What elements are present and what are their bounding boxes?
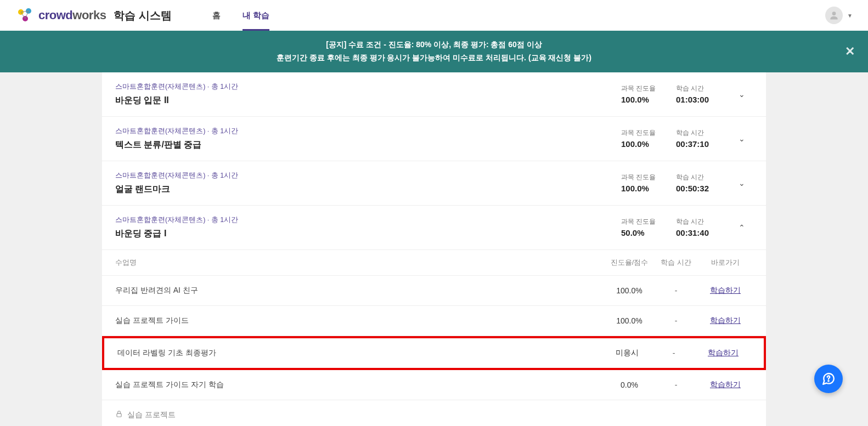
lesson-progress: 100.0% (605, 316, 654, 325)
lesson-time: - (654, 380, 698, 389)
lesson-row: 우리집 반려견의 AI 친구 100.0% - 학습하기 (102, 276, 766, 306)
course-category: 스마트혼합훈련(자체콘텐츠) · 총 1시간 (115, 215, 621, 225)
caret-down-icon: ▼ (847, 13, 853, 19)
lesson-row: 실습 프로젝트 가이드 100.0% - 학습하기 (102, 306, 766, 336)
banner-line2: 훈련기간 종료 후에는 최종 평가 응시가 불가능하여 미수료로 처리됩니다. … (11, 52, 857, 65)
col-progress: 진도율/점수 (605, 258, 654, 268)
banner-line1: [공지] 수료 조건 - 진도율: 80% 이상, 최종 평가: 총점 60점 … (11, 38, 857, 52)
col-name: 수업명 (115, 258, 605, 268)
avatar-icon (825, 7, 843, 24)
locked-project-row: 실습 프로젝트 (102, 400, 766, 426)
lesson-progress: 미응시 (602, 348, 652, 358)
main-content: 스마트혼합훈련(자체콘텐츠) · 총 1시간 바운딩 입문 II 과목 진도율1… (102, 72, 766, 426)
lesson-time: - (654, 316, 698, 325)
svg-rect-7 (117, 414, 121, 417)
locked-label: 실습 프로젝트 (127, 410, 176, 420)
lesson-name: 실습 프로젝트 가이드 (115, 316, 605, 326)
course-title: 바운딩 중급 I (115, 228, 621, 240)
brand-name: crowdworks (38, 8, 106, 22)
course-row[interactable]: 스마트혼합훈련(자체콘텐츠) · 총 1시간 바운딩 입문 II 과목 진도율1… (102, 72, 766, 117)
banner-close-icon[interactable]: ✕ (845, 41, 855, 61)
brand-suffix: 학습 시스템 (114, 8, 172, 23)
lesson-time: - (652, 349, 696, 357)
top-nav: crowdworks 학습 시스템 홈 내 학습 ▼ (0, 0, 868, 31)
time-label: 학습 시간 (676, 84, 714, 93)
course-category: 스마트혼합훈련(자체콘텐츠) · 총 1시간 (115, 127, 621, 136)
chevron-down-icon[interactable]: ⌄ (731, 90, 753, 99)
notice-banner: [공지] 수료 조건 - 진도율: 80% 이상, 최종 평가: 총점 60점 … (0, 31, 868, 72)
nav-home[interactable]: 홈 (212, 0, 221, 31)
brand-logo[interactable]: crowdworks 학습 시스템 (15, 5, 172, 25)
lock-icon (115, 410, 123, 419)
lesson-name: 우리집 반려견의 AI 친구 (115, 286, 605, 296)
lesson-progress: 100.0% (605, 286, 654, 295)
course-category: 스마트혼합훈련(자체콘텐츠) · 총 1시간 (115, 171, 621, 180)
course-title: 바운딩 입문 II (115, 95, 621, 106)
time-value: 01:03:00 (676, 95, 714, 104)
course-title: 얼굴 랜드마크 (115, 184, 621, 195)
chevron-down-icon[interactable]: ⌄ (731, 179, 753, 188)
course-row[interactable]: 스마트혼합훈련(자체콘텐츠) · 총 1시간 텍스트 분류/판별 중급 과목 진… (102, 117, 766, 161)
lesson-row: 실습 프로젝트 가이드 자기 학습 0.0% - 학습하기 (102, 370, 766, 400)
sub-header: 수업명 진도율/점수 학습 시간 바로가기 (102, 250, 766, 276)
help-button[interactable] (814, 365, 843, 393)
chevron-up-icon[interactable]: ⌃ (731, 223, 753, 232)
nav-my-learning[interactable]: 내 학습 (243, 0, 269, 31)
svg-point-6 (832, 12, 836, 15)
lesson-progress: 0.0% (605, 380, 654, 389)
chevron-down-icon[interactable]: ⌄ (731, 134, 753, 143)
learn-link[interactable]: 학습하기 (708, 348, 739, 357)
progress-label: 과목 진도율 (621, 84, 660, 93)
course-row[interactable]: 스마트혼합훈련(자체콘텐츠) · 총 1시간 얼굴 랜드마크 과목 진도율100… (102, 161, 766, 206)
learn-link[interactable]: 학습하기 (710, 316, 741, 325)
course-title: 텍스트 분류/판별 중급 (115, 139, 621, 151)
svg-point-8 (828, 380, 828, 381)
learn-link[interactable]: 학습하기 (710, 380, 741, 389)
lesson-row-highlighted: 데이터 라벨링 기초 최종평가 미응시 - 학습하기 (102, 336, 766, 370)
logo-icon (15, 5, 35, 25)
lesson-name: 실습 프로젝트 가이드 자기 학습 (115, 380, 605, 390)
lesson-time: - (654, 286, 698, 295)
course-row[interactable]: 스마트혼합훈련(자체콘텐츠) · 총 1시간 바운딩 중급 I 과목 진도율50… (102, 206, 766, 250)
learn-link[interactable]: 학습하기 (710, 286, 741, 294)
progress-value: 100.0% (621, 95, 660, 104)
user-menu[interactable]: ▼ (825, 7, 853, 24)
col-link: 바로가기 (698, 258, 753, 268)
lesson-name: 데이터 라벨링 기초 최종평가 (117, 348, 602, 358)
col-time: 학습 시간 (654, 258, 698, 268)
nav-links: 홈 내 학습 (212, 0, 269, 31)
course-category: 스마트혼합훈련(자체콘텐츠) · 총 1시간 (115, 82, 621, 92)
